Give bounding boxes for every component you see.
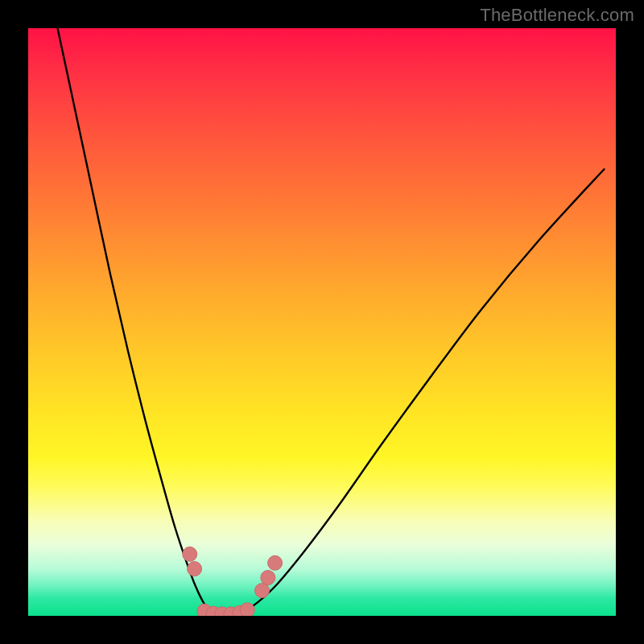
bottleneck-curve — [58, 28, 605, 616]
curve-marker — [183, 547, 197, 561]
curve-markers — [183, 547, 283, 616]
chart-svg — [28, 28, 616, 616]
curve-marker — [240, 603, 254, 616]
curve-marker — [261, 571, 275, 585]
curve-marker — [188, 562, 202, 576]
curve-marker — [268, 555, 283, 570]
chart-frame: TheBottleneck.com — [0, 0, 644, 644]
curve-marker — [255, 584, 270, 598]
plot-area — [28, 28, 616, 616]
attribution-label: TheBottleneck.com — [480, 5, 634, 26]
